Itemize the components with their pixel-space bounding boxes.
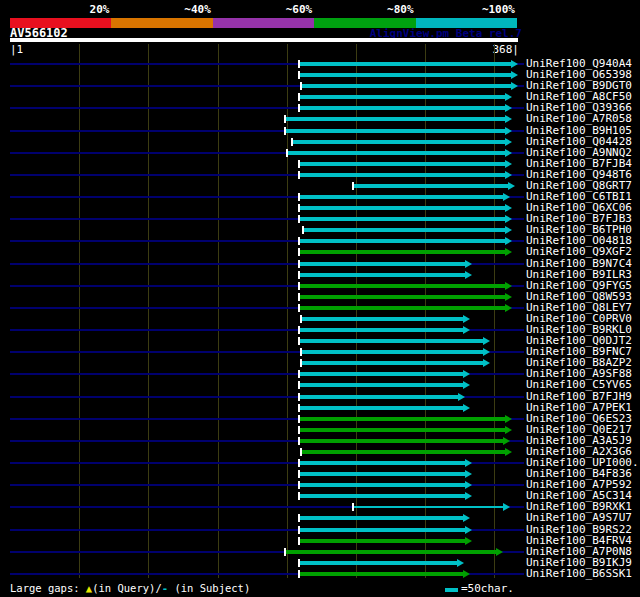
hit-start-tick-icon	[298, 426, 300, 434]
hit-start-tick-icon	[298, 271, 300, 279]
hit-bar[interactable]	[353, 184, 508, 188]
hit-bar[interactable]	[299, 372, 462, 376]
hit-bar-arrowhead-icon	[483, 337, 490, 345]
identity-scale-label: ~40%	[131, 3, 211, 16]
hit-bar[interactable]	[299, 173, 505, 177]
hit-bar[interactable]	[299, 250, 505, 254]
hit-bar[interactable]	[299, 539, 465, 543]
hit-bar-arrowhead-icon	[483, 348, 490, 356]
hit-start-tick-icon	[298, 404, 300, 412]
hit-bar[interactable]	[299, 106, 505, 110]
hit-bar[interactable]	[299, 439, 502, 443]
hit-bar[interactable]	[299, 73, 511, 77]
hit-bar[interactable]	[299, 339, 483, 343]
hit-bar-arrowhead-icon	[505, 127, 512, 135]
ruler-bar	[10, 38, 518, 42]
hit-bar-arrowhead-icon	[505, 138, 512, 146]
hit-bar[interactable]	[299, 262, 465, 266]
hit-bar[interactable]	[299, 528, 465, 532]
hit-bar[interactable]	[299, 516, 462, 520]
hit-bar[interactable]	[303, 228, 505, 232]
scale-swatch-icon	[445, 588, 458, 592]
hit-bar[interactable]	[292, 140, 505, 144]
gridline-50char	[148, 44, 149, 578]
hit-start-tick-icon	[298, 459, 300, 467]
hit-bar[interactable]	[301, 350, 484, 354]
hit-start-tick-icon	[298, 304, 300, 312]
hit-start-tick-icon	[298, 193, 300, 201]
hit-bar[interactable]	[285, 129, 505, 133]
hit-bar-arrowhead-icon	[496, 548, 503, 556]
hit-start-tick-icon	[298, 171, 300, 179]
hit-bar-arrowhead-icon	[465, 492, 472, 500]
hit-bar[interactable]	[299, 95, 505, 99]
hit-bar[interactable]	[287, 151, 506, 155]
ruler-end-label: 368|	[419, 43, 519, 56]
hit-bar[interactable]	[299, 417, 505, 421]
hit-bar[interactable]	[353, 506, 502, 508]
hit-bar-arrowhead-icon	[505, 149, 512, 157]
hit-bar[interactable]	[299, 383, 462, 387]
hit-bar[interactable]	[299, 284, 505, 288]
hit-start-tick-icon	[286, 149, 288, 157]
hit-start-tick-icon	[300, 315, 302, 323]
hit-start-tick-icon	[352, 503, 354, 511]
hit-bar[interactable]	[299, 239, 505, 243]
hit-bar[interactable]	[285, 117, 505, 121]
legend-gaps: Large gaps: ▲(in Query)/- (in Subject)	[10, 582, 250, 594]
hit-bar[interactable]	[299, 395, 458, 399]
hit-start-tick-icon	[298, 71, 300, 79]
gridline-50char	[79, 44, 80, 578]
hit-bar[interactable]	[299, 328, 462, 332]
hit-bar[interactable]	[301, 317, 463, 321]
ruler-start-label: |1	[10, 43, 23, 56]
hit-bar-arrowhead-icon	[505, 171, 512, 179]
hit-bar[interactable]	[301, 84, 511, 88]
hit-start-tick-icon	[298, 326, 300, 334]
hit-bar-arrowhead-icon	[511, 82, 518, 90]
hit-bar[interactable]	[299, 561, 457, 565]
hit-start-tick-icon	[300, 82, 302, 90]
hit-bar[interactable]	[299, 483, 465, 487]
hit-bar-arrowhead-icon	[465, 470, 472, 478]
hit-bar-arrowhead-icon	[463, 315, 470, 323]
hit-start-tick-icon	[300, 348, 302, 356]
hit-bar[interactable]	[299, 206, 505, 210]
hit-start-tick-icon	[298, 204, 300, 212]
hit-bar-arrowhead-icon	[463, 326, 470, 334]
hit-bar[interactable]	[299, 494, 465, 498]
hit-start-tick-icon	[284, 115, 286, 123]
hit-bar[interactable]	[299, 195, 502, 199]
hit-bar[interactable]	[299, 295, 505, 299]
hit-bar[interactable]	[301, 361, 484, 365]
hit-start-tick-icon	[298, 260, 300, 268]
hit-bar[interactable]	[299, 162, 505, 166]
hit-bar[interactable]	[299, 273, 465, 277]
hit-start-tick-icon	[298, 437, 300, 445]
hit-bar[interactable]	[299, 306, 505, 310]
hit-bar-arrowhead-icon	[463, 404, 470, 412]
hit-bar-arrowhead-icon	[457, 559, 464, 567]
hit-bar[interactable]	[299, 62, 511, 66]
hit-start-tick-icon	[298, 215, 300, 223]
hit-bar-arrowhead-icon	[505, 115, 512, 123]
hit-bar[interactable]	[299, 217, 505, 221]
hit-bar[interactable]	[299, 461, 465, 465]
hit-start-tick-icon	[298, 93, 300, 101]
hit-start-tick-icon	[298, 104, 300, 112]
hit-bar-arrowhead-icon	[503, 437, 510, 445]
hit-start-tick-icon	[298, 282, 300, 290]
hit-bar[interactable]	[285, 550, 495, 554]
hit-start-tick-icon	[298, 492, 300, 500]
hit-bar[interactable]	[299, 406, 462, 410]
hit-bar[interactable]	[301, 450, 506, 454]
hit-label[interactable]: UniRef100_B6SSK1	[526, 568, 632, 580]
legend-gaps-suffix: (in Subject)	[168, 582, 250, 594]
hit-bar-arrowhead-icon	[505, 160, 512, 168]
hit-start-tick-icon	[298, 160, 300, 168]
hit-bar[interactable]	[299, 472, 465, 476]
legend-gaps-prefix: Large gaps:	[10, 582, 86, 594]
hit-bar[interactable]	[299, 572, 462, 576]
hit-bar[interactable]	[299, 428, 505, 432]
hit-bar-arrowhead-icon	[505, 226, 512, 234]
